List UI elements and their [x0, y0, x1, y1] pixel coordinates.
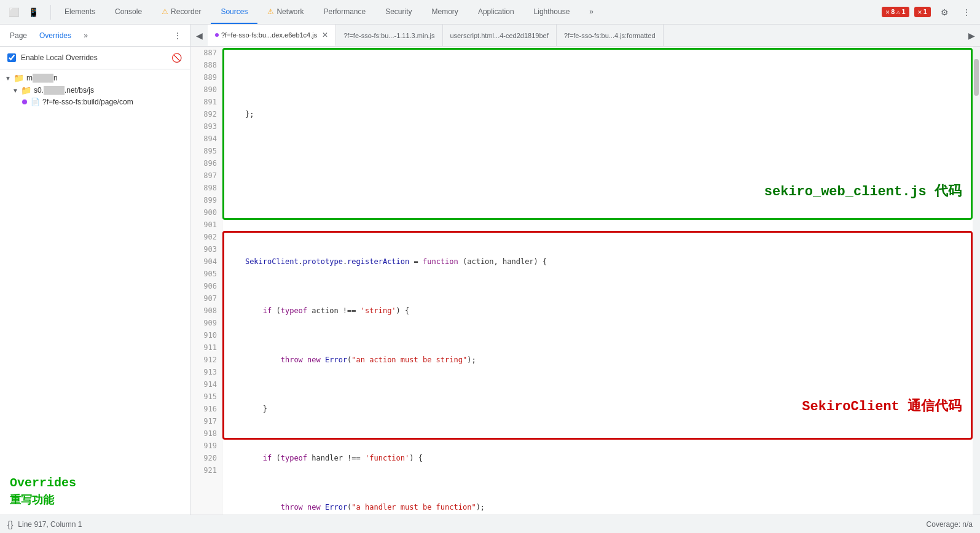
code-line-894: if (typeof handler !== 'function') {	[227, 452, 973, 464]
tab-lighthouse[interactable]: Lighthouse	[524, 0, 580, 24]
toolbar-icons: ⬜ 📱	[5, 4, 42, 21]
folder-icon: 📁	[14, 73, 24, 83]
arrow-down-icon-2: ▼	[12, 87, 18, 94]
recorder-warn-icon: ⚠	[162, 7, 168, 16]
file-tab-1-label: ?f=fe-sso-fs:bu...-1.11.3.min.js	[343, 32, 434, 39]
code-content: 887 888 889 890 891 892 893 894 895 896 …	[190, 47, 980, 515]
folder-icon-2: 📁	[21, 85, 31, 95]
error-badge: ✕ 8 ⚠ 1	[882, 7, 909, 17]
tab-network[interactable]: ⚠ Network	[257, 0, 313, 24]
arrow-down-icon: ▼	[5, 75, 11, 82]
overrides-annotation-subtitle: 重写功能	[10, 492, 180, 507]
tab-performance[interactable]: Performance	[313, 0, 375, 24]
network-warn-icon: ⚠	[267, 7, 274, 16]
overrides-annotation-title: Overrides	[10, 476, 180, 490]
collapse-sidebar-btn[interactable]: ◀	[190, 27, 208, 44]
code-line-893: }	[227, 403, 973, 415]
tab-application[interactable]: Application	[468, 0, 524, 24]
tab-recorder[interactable]: ⚠ Recorder	[152, 0, 211, 24]
tab-more[interactable]: »	[579, 0, 603, 24]
line-numbers: 887 888 889 890 891 892 893 894 895 896 …	[190, 47, 222, 515]
file-tab-override-dot	[215, 33, 219, 37]
scrollbar-thumb[interactable]	[974, 59, 979, 96]
warn-triangle-icon: ⚠	[896, 8, 901, 16]
file-tab-2[interactable]: userscript.html...4-ced2d1819bef	[443, 25, 557, 46]
file-tab-3-label: ?f=fe-sso-fs:bu...4.js:formatted	[564, 32, 656, 39]
file-tab-2-label: userscript.html...4-ced2d1819bef	[450, 32, 549, 39]
sidebar-tab-overrides[interactable]: Overrides	[34, 29, 76, 42]
sidebar-tab-page[interactable]: Page	[5, 29, 32, 42]
bottom-bar-left: {} Line 917, Column 1	[7, 519, 82, 529]
main-tab-nav: Elements Console ⚠ Recorder Sources ⚠ Ne…	[55, 0, 880, 24]
device-icon[interactable]: 📱	[25, 4, 42, 21]
file-tabs: ◀ ?f=fe-sso-fs:bu...dex.e6eb1c4.js ✕ ?f=…	[190, 25, 980, 47]
toolbar-right: ✕ 8 ⚠ 1 ✕ 1 ⚙ ⋮	[882, 4, 975, 21]
folder-main-label: m████n	[26, 74, 58, 82]
expand-panel-btn[interactable]: ▶	[963, 27, 980, 44]
toolbar: ⬜ 📱 Elements Console ⚠ Recorder Sources …	[0, 0, 980, 25]
override-badge: ✕ 1	[914, 7, 931, 17]
main-layout: Page Overrides » ⋮ Enable Local Override…	[0, 25, 980, 515]
tab-memory[interactable]: Memory	[422, 0, 468, 24]
tab-elements[interactable]: Elements	[55, 0, 105, 24]
settings-button[interactable]: ⚙	[936, 4, 953, 21]
enable-overrides-checkbox[interactable]	[7, 53, 16, 62]
more-button[interactable]: ⋮	[958, 4, 975, 21]
error-x-icon: ✕	[885, 8, 890, 16]
file-tab-0-label: ?f=fe-sso-fs:bu...dex.e6eb1c4.js	[221, 31, 317, 39]
scrollbar-track[interactable]	[973, 47, 980, 515]
file-tab-0-close[interactable]: ✕	[322, 31, 328, 39]
sidebar-tab-bar: Page Overrides » ⋮	[0, 25, 190, 47]
tab-sources[interactable]: Sources	[211, 0, 257, 24]
code-editor[interactable]: 887 888 889 890 891 892 893 894 895 896 …	[190, 47, 980, 515]
tree-folder-s0[interactable]: ▼ 📁 s0.████.net/bs/js	[0, 84, 190, 96]
code-lines-container: }; SekiroClient.prototype.registerAction…	[222, 47, 973, 515]
tree-file-1[interactable]: 📄 ?f=fe-sso-fs:build/page/com	[0, 96, 190, 107]
code-line-890: SekiroClient.prototype.registerAction = …	[227, 255, 973, 268]
folder-s0-label: s0.████.net/bs/js	[34, 86, 94, 95]
code-line-887: };	[227, 108, 973, 120]
tab-security[interactable]: Security	[375, 0, 421, 24]
sidebar-more-btn[interactable]: »	[81, 30, 90, 41]
file-tab-0[interactable]: ?f=fe-sso-fs:bu...dex.e6eb1c4.js ✕	[208, 25, 336, 46]
bottom-bar-right: Coverage: n/a	[927, 520, 973, 529]
code-line-888	[227, 157, 973, 169]
inspect-icon[interactable]: ⬜	[5, 4, 22, 21]
enable-overrides-row: Enable Local Overrides 🚫	[0, 47, 190, 69]
file-tree: ▼ 📁 m████n ▼ 📁 s0.████.net/bs/js 📄 ?f=fe…	[0, 69, 190, 469]
file-tab-3[interactable]: ?f=fe-sso-fs:bu...4.js:formatted	[557, 25, 664, 46]
file-tab-1[interactable]: ?f=fe-sso-fs:bu...-1.11.3.min.js	[336, 25, 442, 46]
tree-folder-main[interactable]: ▼ 📁 m████n	[0, 72, 190, 84]
divider-1	[50, 5, 51, 20]
format-button[interactable]: {}	[7, 519, 13, 529]
code-line-891: if (typeof action !== 'string') {	[227, 305, 973, 317]
code-line-889	[227, 206, 973, 219]
sidebar-more-options[interactable]: ⋮	[170, 28, 185, 43]
override-x-icon: ✕	[918, 8, 922, 16]
code-line-892: throw new Error("an action must be strin…	[227, 354, 973, 366]
sidebar: Page Overrides » ⋮ Enable Local Override…	[0, 25, 190, 515]
cursor-position: Line 917, Column 1	[18, 520, 82, 529]
coverage-label: Coverage: n/a	[927, 520, 973, 529]
code-area: ◀ ?f=fe-sso-fs:bu...dex.e6eb1c4.js ✕ ?f=…	[190, 25, 980, 515]
code-line-895: throw new Error("a handler must be funct…	[227, 501, 973, 513]
enable-overrides-label: Enable Local Overrides	[21, 53, 98, 62]
file-icon: 📄	[31, 98, 40, 106]
tab-console[interactable]: Console	[105, 0, 152, 24]
sidebar-annotation: Overrides 重写功能	[0, 469, 190, 515]
file-1-label: ?f=fe-sso-fs:build/page/com	[42, 98, 133, 106]
sidebar-actions: ⋮	[170, 28, 185, 43]
bottom-bar: {} Line 917, Column 1 Coverage: n/a	[0, 515, 980, 533]
override-dot-icon	[22, 99, 27, 104]
clear-overrides-btn[interactable]: 🚫	[170, 52, 182, 64]
